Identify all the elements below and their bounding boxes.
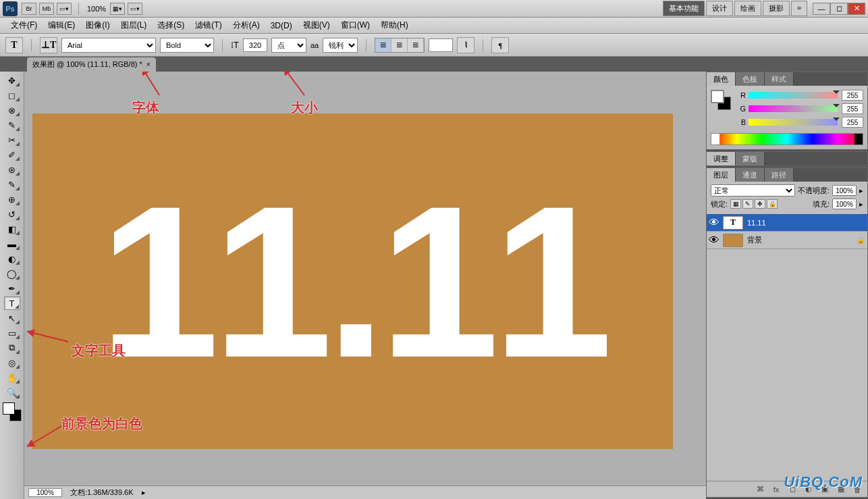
document-tab[interactable]: 效果图 @ 100% (11.11, RGB/8) * × — [27, 57, 156, 72]
menu-image[interactable]: 图像(I) — [80, 18, 115, 33]
r-value[interactable] — [842, 90, 863, 101]
tab-adjustments[interactable]: 调整 — [707, 152, 736, 165]
menu-file[interactable]: 文件(F) — [5, 18, 43, 33]
maximize-button[interactable]: ◻ — [830, 3, 848, 15]
screen-mode-button[interactable]: ▭▾ — [57, 3, 72, 15]
pen-tool[interactable]: ✒ — [4, 282, 20, 295]
gradient-tool[interactable]: ▬ — [4, 237, 20, 251]
tab-swatches[interactable]: 色板 — [736, 72, 765, 86]
canvas-text-layer[interactable]: 11.11 — [99, 174, 606, 390]
lock-all-icon[interactable]: 🔒 — [767, 199, 778, 209]
canvas[interactable]: 11.11 — [32, 113, 673, 449]
arrange-button[interactable]: ▭▾ — [128, 3, 142, 15]
foreground-color-swatch[interactable] — [3, 402, 15, 415]
minibridge-button[interactable]: Mb — [39, 3, 54, 15]
move-tool[interactable]: ✥ — [4, 74, 20, 87]
eye-icon[interactable]: 👁 — [709, 236, 719, 245]
view-extras-button[interactable]: ▦▾ — [110, 3, 125, 15]
close-button[interactable]: ✕ — [848, 3, 865, 15]
layer-fx-icon[interactable]: fx — [770, 484, 782, 495]
menu-help[interactable]: 帮助(H) — [375, 18, 414, 33]
layer-name[interactable]: 背景 — [747, 235, 762, 245]
font-family-select[interactable]: Arial — [61, 38, 156, 53]
minimize-button[interactable]: — — [813, 3, 830, 15]
layer-thumb-text[interactable]: T — [723, 216, 743, 230]
b-value[interactable] — [842, 117, 863, 128]
menu-analysis[interactable]: 分析(A) — [227, 18, 265, 33]
layer-item-text[interactable]: 👁 T 11.11 — [707, 214, 867, 232]
hand-tool[interactable]: ✋ — [4, 371, 20, 384]
workspace-tab-painting[interactable]: 绘画 — [734, 1, 761, 16]
spectrum-bar[interactable] — [711, 133, 863, 145]
align-left-button[interactable]: ≡ — [375, 38, 391, 52]
tab-styles[interactable]: 样式 — [765, 72, 794, 86]
font-size-input[interactable] — [243, 38, 267, 52]
layer-name[interactable]: 11.11 — [747, 219, 766, 227]
3d-tool[interactable]: ⧉ — [4, 341, 20, 354]
crop-tool[interactable]: ✂ — [4, 133, 20, 147]
tab-paths[interactable]: 路径 — [765, 168, 794, 182]
brush-tool[interactable]: ✎ — [4, 178, 20, 191]
menu-layer[interactable]: 图层(L) — [115, 18, 153, 33]
history-brush-tool[interactable]: ↺ — [4, 207, 20, 221]
g-slider[interactable] — [749, 105, 838, 112]
panel-fg-swatch[interactable] — [711, 90, 724, 103]
lock-position-icon[interactable]: ✥ — [755, 199, 765, 209]
blend-mode-select[interactable]: 正常 — [711, 184, 795, 196]
eraser-tool[interactable]: ◧ — [4, 222, 20, 236]
antialias-select[interactable]: 锐利 — [323, 38, 358, 53]
link-layers-icon[interactable]: ⌘ — [754, 484, 766, 495]
tab-masks[interactable]: 蒙版 — [736, 152, 765, 165]
warp-text-button[interactable]: ⌇ — [457, 37, 474, 53]
font-size-unit-select[interactable]: 点 — [271, 38, 306, 53]
workspace-tab-essentials[interactable]: 基本功能 — [663, 1, 705, 16]
dodge-tool[interactable]: ◯ — [4, 267, 20, 280]
opacity-input[interactable] — [832, 185, 857, 196]
tool-preset-icon[interactable]: T — [5, 37, 23, 53]
zoom-level[interactable]: 100% — [87, 5, 106, 13]
lock-transparency-icon[interactable]: ▦ — [730, 199, 741, 209]
eye-icon[interactable]: 👁 — [709, 218, 719, 228]
status-zoom-input[interactable] — [28, 488, 62, 497]
bridge-button[interactable]: Br — [22, 3, 36, 15]
eyedropper-tool[interactable]: ✐ — [4, 148, 20, 161]
type-tool[interactable]: T — [4, 296, 20, 310]
font-style-select[interactable]: Bold — [160, 38, 214, 53]
character-panel-button[interactable]: ¶ — [491, 37, 509, 53]
fill-input[interactable] — [832, 199, 857, 209]
menu-select[interactable]: 选择(S) — [152, 18, 190, 33]
shape-tool[interactable]: ▭ — [4, 326, 20, 340]
g-value[interactable] — [842, 103, 863, 114]
quick-select-tool[interactable]: ✎ — [4, 118, 20, 132]
r-slider[interactable] — [749, 92, 838, 99]
color-picker[interactable] — [3, 402, 22, 421]
menu-filter[interactable]: 滤镜(T) — [190, 18, 227, 33]
text-orientation-button[interactable]: ⊥T — [40, 37, 57, 53]
workspace-tab-design[interactable]: 设计 — [706, 1, 733, 16]
fill-arrow-icon[interactable]: ▸ — [859, 200, 863, 209]
3d-camera-tool[interactable]: ◎ — [4, 356, 20, 369]
lock-pixels-icon[interactable]: ✎ — [742, 199, 753, 209]
stamp-tool[interactable]: ⊕ — [4, 192, 20, 206]
tab-color[interactable]: 颜色 — [707, 72, 736, 86]
b-slider[interactable] — [749, 119, 838, 126]
layer-thumb-bg[interactable] — [723, 234, 743, 247]
layer-item-background[interactable]: 👁 背景 🔒 — [707, 232, 867, 249]
tab-layers[interactable]: 图层 — [707, 168, 736, 182]
healing-tool[interactable]: ⊛ — [4, 163, 20, 176]
workspace-more-button[interactable]: » — [791, 1, 807, 16]
menu-view[interactable]: 视图(V) — [298, 18, 335, 33]
workspace-tab-photography[interactable]: 摄影 — [763, 1, 790, 16]
lasso-tool[interactable]: ⊗ — [4, 103, 20, 117]
menu-3d[interactable]: 3D(D) — [265, 19, 298, 32]
marquee-tool[interactable]: ◻ — [4, 88, 20, 102]
canvas-area[interactable]: 11.11 字体 大小 文字工具 前景色为白色 — [24, 72, 706, 499]
align-center-button[interactable]: ≡ — [391, 38, 408, 52]
path-select-tool[interactable]: ↖ — [4, 311, 20, 325]
document-tab-close[interactable]: × — [146, 61, 151, 68]
menu-edit[interactable]: 编辑(E) — [43, 18, 80, 33]
menu-window[interactable]: 窗口(W) — [335, 18, 375, 33]
status-arrow-icon[interactable]: ▸ — [142, 488, 146, 497]
blur-tool[interactable]: ◐ — [4, 252, 20, 265]
zoom-tool[interactable]: 🔍 — [4, 386, 20, 399]
